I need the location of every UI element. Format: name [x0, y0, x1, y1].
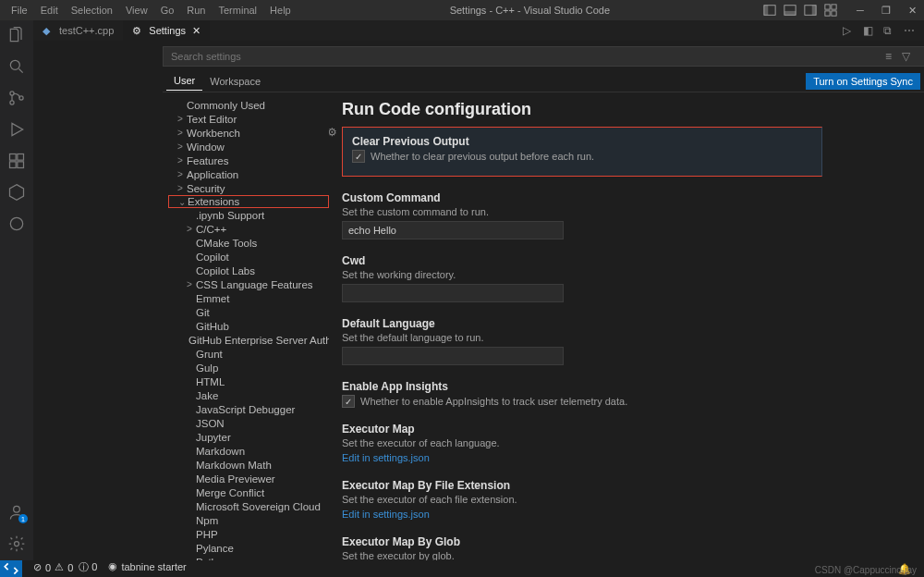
search-icon[interactable]	[7, 57, 26, 76]
split-editor-icon[interactable]: ◧	[863, 24, 874, 37]
tree-item[interactable]: Copilot Labs	[168, 264, 329, 277]
filter-icon[interactable]: ▽	[902, 50, 913, 63]
menu-go[interactable]: Go	[155, 3, 180, 18]
tree-item[interactable]: >Application	[168, 167, 329, 181]
toggle-primary-sidebar-icon[interactable]	[763, 4, 776, 17]
run-debug-icon[interactable]	[7, 120, 26, 139]
tabnine-icon[interactable]	[7, 215, 26, 233]
tree-item[interactable]: >CSS Language Features	[168, 277, 329, 291]
menu-help[interactable]: Help	[264, 3, 297, 18]
menu-file[interactable]: File	[6, 3, 33, 18]
tree-item[interactable]: .ipynb Support	[168, 208, 329, 222]
setting-gear-icon[interactable]: ⚙	[329, 126, 340, 139]
svg-point-11	[10, 92, 14, 95]
menu-selection[interactable]: Selection	[66, 3, 118, 18]
accounts-icon[interactable]: 1	[7, 503, 26, 522]
tab-testcpp[interactable]: ◆ testC++.cpp	[33, 20, 123, 41]
remote-explorer-icon[interactable]	[7, 183, 26, 202]
tree-item[interactable]: >Security	[168, 181, 329, 195]
tree-item[interactable]: Merge Conflict	[168, 485, 329, 499]
tabnine-status[interactable]: ◉ tabnine starter	[103, 560, 191, 572]
error-icon: ⊘	[33, 561, 42, 573]
svg-rect-8	[825, 11, 830, 16]
tree-item[interactable]: >C/C++	[168, 222, 329, 236]
tree-item[interactable]: JavaScript Debugger	[168, 402, 329, 416]
settings-sync-button[interactable]: Turn on Settings Sync	[806, 73, 920, 90]
tree-item[interactable]: JSON	[168, 416, 329, 430]
menu-run[interactable]: Run	[181, 3, 211, 18]
scope-user-tab[interactable]: User	[166, 71, 202, 91]
cwd-input[interactable]	[342, 284, 564, 302]
checkbox-app-insights[interactable]	[342, 395, 355, 408]
settings-search-input[interactable]	[163, 46, 924, 67]
scope-workspace-tab[interactable]: Workspace	[202, 72, 268, 91]
settings-editor: ≡ ▽ User Workspace Turn on Settings Sync…	[163, 41, 924, 560]
checkbox-clear-previous[interactable]	[352, 150, 365, 163]
tree-item[interactable]: Gulp	[168, 361, 329, 374]
editor-actions: ▷ ◧ ⧉ ⋯	[833, 20, 924, 41]
toggle-panel-icon[interactable]	[784, 4, 796, 17]
tree-item[interactable]: Microsoft Sovereign Cloud	[168, 499, 329, 513]
close-tab-icon[interactable]: ✕	[191, 26, 201, 35]
tree-item[interactable]: Markdown	[168, 444, 329, 458]
tree-item[interactable]: >Features	[168, 153, 329, 167]
settings-tree[interactable]: Commonly Used>Text Editor>Workbench>Wind…	[163, 92, 329, 560]
tree-item[interactable]: Copilot	[168, 250, 329, 264]
account-badge: 1	[18, 514, 28, 523]
chevron-icon: >	[187, 224, 194, 234]
tab-settings[interactable]: ⚙ Settings ✕	[123, 20, 210, 41]
tree-item[interactable]: Npm	[168, 513, 329, 527]
toggle-icon[interactable]: ⧉	[883, 24, 894, 37]
minimize-icon[interactable]: ─	[854, 4, 867, 17]
tree-item[interactable]: Jake	[168, 388, 329, 402]
tree-item[interactable]: Media Previewer	[168, 472, 329, 485]
setting-title: Default Language	[342, 317, 822, 330]
tree-item-label: PHP	[196, 529, 218, 540]
close-window-icon[interactable]: ✕	[906, 4, 918, 17]
edit-in-settings-json-link[interactable]: Edit in settings.json	[342, 452, 430, 463]
chevron-icon: ⌄	[178, 197, 186, 207]
edit-in-settings-json-link[interactable]: Edit in settings.json	[342, 509, 430, 520]
tree-item-label: CSS Language Features	[196, 279, 313, 290]
problems-status[interactable]: ⊘0 ⚠0 ⓘ 0	[28, 560, 103, 574]
explorer-icon[interactable]	[7, 26, 26, 44]
tree-item[interactable]: PHP	[168, 527, 329, 541]
tree-item[interactable]: Pylance	[168, 541, 329, 555]
tree-item[interactable]: >Workbench	[168, 126, 329, 140]
setting-executor-map-glob: Executor Map By Glob Set the executor by…	[342, 535, 822, 560]
tree-item[interactable]: Grunt	[168, 347, 329, 361]
tree-item-label: Jupyter	[196, 432, 231, 443]
tree-item-label: GitHub Enterprise Server Authen...	[188, 335, 329, 346]
toggle-secondary-sidebar-icon[interactable]	[804, 4, 817, 17]
clear-search-icon[interactable]: ≡	[885, 50, 896, 63]
tree-item[interactable]: ⌄Extensions	[168, 195, 329, 208]
tree-item[interactable]: GitHub Enterprise Server Authen...	[168, 333, 329, 347]
tree-item[interactable]: GitHub	[168, 319, 329, 333]
tree-item[interactable]: Emmet	[168, 291, 329, 305]
tree-item[interactable]: >Text Editor	[168, 112, 329, 126]
tree-item[interactable]: Commonly Used	[168, 98, 329, 112]
default-language-input[interactable]	[342, 347, 564, 365]
menu-view[interactable]: View	[120, 3, 153, 18]
tree-item[interactable]: Jupyter	[168, 430, 329, 444]
customize-layout-icon[interactable]	[824, 4, 837, 17]
settings-scope-tabs: User Workspace Turn on Settings Sync	[163, 70, 924, 92]
settings-content[interactable]: Run Code configuration ⚙ Clear Previous …	[329, 92, 924, 560]
manage-gear-icon[interactable]	[7, 534, 26, 553]
run-icon[interactable]: ▷	[843, 24, 854, 37]
tree-item[interactable]: HTML	[168, 374, 329, 388]
custom-command-input[interactable]	[342, 221, 564, 239]
more-actions-icon[interactable]: ⋯	[904, 24, 915, 37]
remote-indicator-icon[interactable]	[0, 560, 22, 577]
tree-item[interactable]: Markdown Math	[168, 458, 329, 472]
tree-item[interactable]: Git	[168, 305, 329, 319]
extensions-icon[interactable]	[7, 152, 26, 170]
menu-edit[interactable]: Edit	[35, 3, 64, 18]
source-control-icon[interactable]	[7, 89, 26, 107]
restore-icon[interactable]: ❐	[880, 4, 893, 17]
svg-point-12	[10, 101, 14, 104]
chevron-icon: >	[177, 183, 185, 193]
tree-item[interactable]: CMake Tools	[168, 236, 329, 250]
tree-item[interactable]: >Window	[168, 140, 329, 153]
menu-terminal[interactable]: Terminal	[213, 3, 263, 18]
